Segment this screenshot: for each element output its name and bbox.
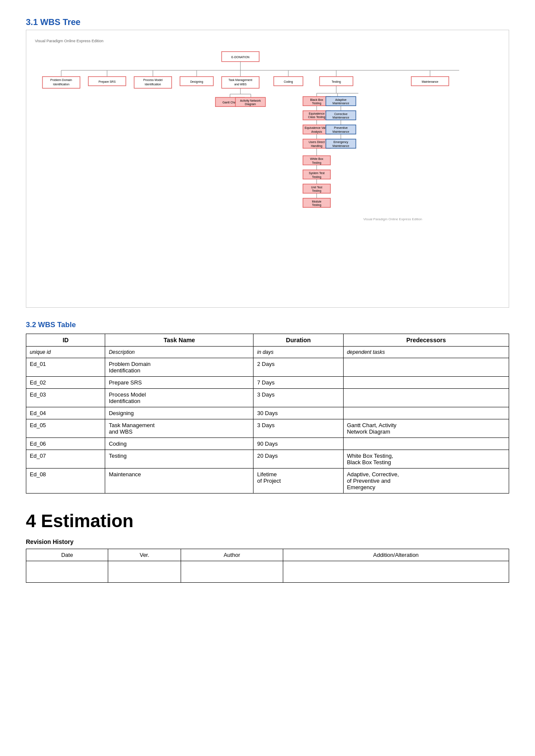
col-duration: Duration bbox=[253, 334, 343, 347]
svg-text:Maintenance: Maintenance bbox=[332, 102, 349, 105]
svg-text:Maintenance: Maintenance bbox=[332, 116, 349, 119]
wbs-table: ID Task Name Duration Predecessors uniqu… bbox=[26, 334, 509, 494]
row-id: Ed_06 bbox=[26, 438, 105, 450]
row-duration: 20 Days bbox=[253, 450, 343, 469]
wbs-table-section: 3.2 WBS Table ID Task Name Duration Pred… bbox=[26, 321, 509, 494]
svg-text:Prepare SRS: Prepare SRS bbox=[98, 80, 116, 84]
wbs-table-title: 3.2 WBS Table bbox=[26, 321, 509, 329]
row-task: Maintenance bbox=[105, 469, 253, 494]
svg-text:Diagram: Diagram bbox=[245, 103, 256, 106]
wbs-table-subtitle-row: unique id Description in days dependent … bbox=[26, 347, 509, 358]
col-date: Date bbox=[26, 549, 108, 561]
row-duration: 3 Days bbox=[253, 389, 343, 407]
svg-text:White Box: White Box bbox=[310, 157, 323, 160]
svg-text:Visual Paradigm Online Express: Visual Paradigm Online Express Edition bbox=[363, 217, 422, 221]
svg-text:Black Box: Black Box bbox=[310, 98, 324, 101]
svg-text:Problem Domain: Problem Domain bbox=[50, 78, 72, 81]
svg-text:Users Direct: Users Direct bbox=[309, 141, 325, 144]
row-pred bbox=[343, 377, 509, 389]
empty-author bbox=[181, 561, 283, 583]
svg-text:Equivalence: Equivalence bbox=[309, 112, 325, 116]
svg-text:Identification: Identification bbox=[145, 83, 161, 86]
row-task: Problem DomainIdentification bbox=[105, 358, 253, 377]
subtitle-pred: dependent tasks bbox=[343, 347, 509, 358]
row-duration: 7 Days bbox=[253, 377, 343, 389]
row-pred bbox=[343, 438, 509, 450]
svg-text:Equivalence Value: Equivalence Value bbox=[305, 126, 329, 130]
revision-header-row: Date Ver. Author Addition/Alteration bbox=[26, 549, 509, 561]
revision-table: Date Ver. Author Addition/Alteration bbox=[26, 549, 509, 583]
svg-text:Designing: Designing bbox=[190, 80, 203, 84]
svg-text:Testing: Testing bbox=[332, 80, 341, 84]
svg-text:Handling: Handling bbox=[311, 144, 322, 148]
svg-text:Maintenance: Maintenance bbox=[332, 130, 349, 133]
col-id: ID bbox=[26, 334, 105, 347]
row-id: Ed_01 bbox=[26, 358, 105, 377]
row-id: Ed_04 bbox=[26, 407, 105, 419]
row-task: Coding bbox=[105, 438, 253, 450]
svg-text:Testing: Testing bbox=[312, 175, 322, 179]
empty-ver bbox=[108, 561, 181, 583]
row-task: Process ModelIdentification bbox=[105, 389, 253, 407]
svg-text:Coding: Coding bbox=[284, 80, 293, 84]
table-row: Ed_07 Testing 20 Days White Box Testing,… bbox=[26, 450, 509, 469]
svg-text:System Test: System Test bbox=[309, 172, 325, 175]
row-pred bbox=[343, 389, 509, 407]
estimation-section: 4 Estimation Revision History Date Ver. … bbox=[26, 511, 509, 583]
col-ver: Ver. bbox=[108, 549, 181, 561]
table-row: Ed_03 Process ModelIdentification 3 Days bbox=[26, 389, 509, 407]
estimation-title: 4 Estimation bbox=[26, 511, 509, 531]
row-id: Ed_07 bbox=[26, 450, 105, 469]
row-pred bbox=[343, 407, 509, 419]
empty-addition bbox=[283, 561, 509, 583]
svg-text:Testing: Testing bbox=[312, 189, 322, 193]
row-duration: 3 Days bbox=[253, 419, 343, 438]
svg-text:Corrective: Corrective bbox=[334, 112, 347, 116]
row-duration: Lifetimeof Project bbox=[253, 469, 343, 494]
row-duration: 30 Days bbox=[253, 407, 343, 419]
svg-text:Testing: Testing bbox=[312, 102, 322, 105]
svg-text:Testing: Testing bbox=[312, 203, 322, 207]
table-row: Ed_02 Prepare SRS 7 Days bbox=[26, 377, 509, 389]
row-task: Task Managementand WBS bbox=[105, 419, 253, 438]
root-node-label: E-DONATION bbox=[232, 56, 250, 59]
row-pred: Gantt Chart, ActivityNetwork Diagram bbox=[343, 419, 509, 438]
svg-text:Adaptive: Adaptive bbox=[335, 98, 347, 102]
table-row: Ed_04 Designing 30 Days bbox=[26, 407, 509, 419]
vp-label: Visual Paradigm Online Express Edition bbox=[35, 39, 500, 43]
svg-text:Emergency: Emergency bbox=[334, 141, 349, 144]
svg-text:Identification: Identification bbox=[53, 83, 69, 86]
col-taskname: Task Name bbox=[105, 334, 253, 347]
revision-empty-row bbox=[26, 561, 509, 583]
row-id: Ed_08 bbox=[26, 469, 105, 494]
wbs-tree-container: Visual Paradigm Online Express Edition E… bbox=[26, 30, 509, 308]
row-pred: White Box Testing,Black Box Testing bbox=[343, 450, 509, 469]
col-addition: Addition/Alteration bbox=[283, 549, 509, 561]
row-id: Ed_02 bbox=[26, 377, 105, 389]
wbs-tree-svg: E-DONATION Problem Domain Identification… bbox=[35, 47, 500, 297]
table-row: Ed_01 Problem DomainIdentification 2 Day… bbox=[26, 358, 509, 377]
svg-text:Task Management: Task Management bbox=[228, 78, 252, 82]
subtitle-id: unique id bbox=[26, 347, 105, 358]
row-id: Ed_03 bbox=[26, 389, 105, 407]
wbs-table-header-row: ID Task Name Duration Predecessors bbox=[26, 334, 509, 347]
svg-text:and WBS: and WBS bbox=[234, 83, 247, 86]
svg-text:Activity Network: Activity Network bbox=[240, 99, 261, 103]
row-pred bbox=[343, 358, 509, 377]
svg-text:Preventive: Preventive bbox=[334, 126, 348, 129]
row-id: Ed_05 bbox=[26, 419, 105, 438]
svg-text:Process Model: Process Model bbox=[143, 78, 163, 81]
col-author: Author bbox=[181, 549, 283, 561]
table-row: Ed_05 Task Managementand WBS 3 Days Gant… bbox=[26, 419, 509, 438]
subtitle-task: Description bbox=[105, 347, 253, 358]
revision-history-title: Revision History bbox=[26, 538, 509, 545]
subtitle-duration: in days bbox=[253, 347, 343, 358]
wbs-tree-section: 3.1 WBS Tree Visual Paradigm Online Expr… bbox=[26, 17, 509, 308]
empty-date bbox=[26, 561, 108, 583]
row-pred: Adaptive, Corrective,of Preventive andEm… bbox=[343, 469, 509, 494]
svg-text:Module: Module bbox=[312, 200, 321, 203]
row-duration: 2 Days bbox=[253, 358, 343, 377]
svg-text:Testing: Testing bbox=[312, 161, 322, 165]
row-duration: 90 Days bbox=[253, 438, 343, 450]
svg-text:Unit Test: Unit Test bbox=[311, 186, 322, 189]
